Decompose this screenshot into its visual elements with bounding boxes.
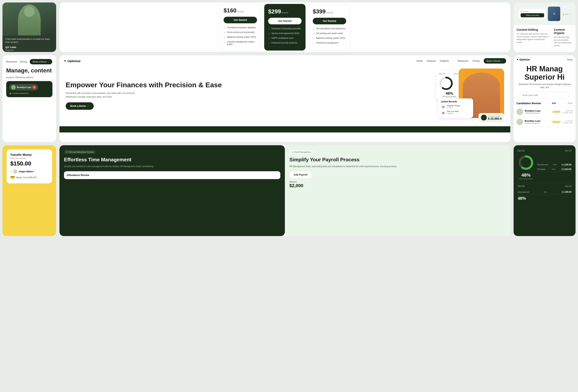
check-icon: ✓ (268, 27, 270, 30)
ta-badge: ✦ Time and Attendance Tracking (64, 150, 96, 154)
nav-resources[interactable]: Resources (6, 60, 17, 63)
add-payroll-button[interactable]: Add Payroll (289, 171, 311, 178)
records-card: Lastest Records 🏥 Hospital Charge ≈ 254.… (438, 98, 473, 118)
nav-resources[interactable]: Resources (458, 60, 469, 62)
nav-features[interactable]: Features (440, 60, 449, 62)
check-icon: ✓ (268, 32, 270, 35)
candidates-header: Candidates Review Add Team (517, 102, 573, 105)
chart-item-label-3: Entertainment (518, 191, 529, 193)
left-middle-card: Resources Pricing Book a Demo → Manage, … (2, 55, 56, 142)
send-to-label: ⬆ (10, 171, 12, 173)
feature-item: ✓ Tax calculations and deductions (313, 27, 346, 30)
chart-item-2: Totscapita 40% £ 2,914.00 (537, 167, 571, 172)
plan-basic-price: $160 (224, 7, 236, 14)
feature-item: ✓ Timesheet management (313, 42, 346, 44)
image-icon: 🖼 (553, 13, 555, 15)
hr-nav-home[interactable]: Home (567, 59, 573, 61)
candidate-row-1: Brooklyn Lean Software Engineer booked 0… (517, 107, 573, 117)
income-label: 30 Days Income (488, 115, 502, 117)
dashboard-pct-large: 48% (518, 196, 571, 201)
candidates-title: Candidates Review (517, 102, 541, 105)
candidate-avatar-2 (517, 119, 523, 125)
nav-home[interactable]: Home (417, 60, 423, 62)
person-quote: k has been instrumental in us build our … (2, 36, 56, 45)
chart-item-pct-3: 89% (543, 191, 547, 193)
notification-icon: ● (34, 86, 35, 88)
hr-logo-text: Optimize (519, 58, 530, 61)
candidate-date-1: 18 Mar, 2024 (563, 112, 573, 114)
brooklyn-name-badge: Brooklyn Lean (17, 86, 31, 88)
plan-premium-btn[interactable]: Get Started (313, 18, 346, 24)
candidate-right-1: 09:00 PM 18 Mar, 2024 (563, 110, 573, 114)
record-info: Uber Car Ride ≈ 536.D (447, 110, 470, 115)
dashboard-donut-chart (518, 154, 534, 171)
share-post-button[interactable]: Share your post (521, 13, 544, 17)
nav-pricing[interactable]: Pricing (473, 60, 480, 62)
dashboard-card: Dec'23 See All 48% Remaining Budget Entr… (514, 145, 576, 236)
hr-right-card: ✦ Optimize Home HR Manag Superior Hi Str… (514, 55, 576, 142)
amount-label: Amount (289, 181, 296, 183)
plan-basic-btn[interactable]: Get Started (224, 17, 257, 23)
recipient-name: Judges Battern (19, 171, 34, 173)
like-icon: 👍 (9, 92, 11, 94)
chart-item-pct-1: 89% (553, 164, 557, 166)
feature-item: ✓ Learning management system (LMS) (224, 41, 257, 46)
hr-logo: ✦ Optimize (517, 58, 530, 61)
remaining-budget-label: Remaining Budget (518, 178, 534, 180)
transfer-card: Transfer Money Enter the amount $150.00 … (2, 145, 56, 236)
nav-pricing[interactable]: Pricing (20, 60, 27, 63)
star-icon: ✦ (517, 58, 519, 61)
dashboard-see-all[interactable]: See All (565, 150, 571, 152)
payroll-title: Simplify Your Payroll Process (289, 157, 506, 163)
check-icon: ✓ (313, 37, 315, 40)
candidate-info-2: Brooklyn Lean Software Engineer (525, 120, 549, 124)
payroll-badge-text: Payroll Management (294, 151, 311, 153)
budget-donut-chart (439, 76, 453, 90)
income-icon: ↑ (481, 115, 487, 121)
check-icon: ✓ (313, 42, 315, 44)
mastercard-icon: 💳 (10, 175, 15, 180)
dashboard-see-all-2[interactable]: See All (565, 185, 571, 187)
chart-item-value-1: £ 1,536.56 (562, 164, 571, 166)
candidate-name-2: Brooklyn Lean (525, 120, 549, 122)
optimize-header: ✦ Optimize Home Products Features | Reso… (59, 55, 510, 66)
candidates-add-btn[interactable]: Add (552, 102, 556, 104)
transfer-inner: Transfer Money Enter the amount $150.00 … (7, 149, 52, 183)
hr-header: ✦ Optimize Home (514, 55, 576, 63)
dashboard-period: Dec'23 (518, 149, 525, 152)
content-editing-desc: Our extensive data security measures ens… (517, 33, 550, 44)
hero-book-demo-btn[interactable]: Book a Demo → (66, 102, 94, 110)
person-card: k has been instrumental in us build our … (2, 2, 56, 52)
book-demo-nav-button[interactable]: Book a Demo → (30, 59, 52, 64)
chart-item-value-3: £ 1,536.56 (562, 191, 571, 193)
star-icon: ✦ (64, 59, 66, 63)
feature-item: ✓ Centralized employee database (224, 26, 257, 29)
optimize-book-demo-btn[interactable]: Book a Demo → (484, 58, 506, 64)
payment-card-row: 💳 Master Cord 2590 96** (10, 175, 48, 180)
check-icon: ✓ (224, 26, 226, 29)
plan-featured-btn[interactable]: Get Started (268, 18, 302, 24)
pricing-plan-basic: $160 /month Get Started ✓ Centralized em… (220, 3, 261, 52)
budget-label: Remaining Budget (439, 96, 460, 98)
content-editing-card: Post details Share your post 🖼 👍 286 ↗ C… (514, 2, 576, 52)
check-icon: ✓ (268, 37, 270, 40)
records-title: Lastest Records (441, 100, 470, 103)
clock-icon: ✦ (66, 151, 68, 153)
nav-products[interactable]: Products (427, 60, 435, 62)
remaining-label-dark: 48% Remaining Budget (518, 173, 534, 180)
plan-featured-price: $299 (268, 8, 281, 15)
email-input[interactable] (520, 92, 569, 98)
candidates-section: Candidates Review Add Team Brooklyn Lean… (514, 102, 576, 127)
optimize-nav: Home Products Features | Resources Prici… (417, 58, 506, 64)
check-icon: ✓ (268, 42, 270, 44)
post-card: Post details Share your post (519, 9, 546, 19)
optimize-logo-text: Optimize (67, 59, 81, 63)
post-details-label: Post details (521, 10, 544, 12)
card-number: Master Cord 2590 96** (16, 176, 37, 179)
candidate-info-1: Brooklyn Lean Software Engineer (525, 110, 550, 114)
interaction-label: Content Interactions (12, 92, 29, 94)
remaining-pct-dark: 48% (518, 173, 534, 178)
thumbnail-image: 🖼 (548, 7, 560, 21)
plan-premium-period: /month (326, 11, 333, 14)
plan-basic-period: /month (237, 10, 244, 13)
